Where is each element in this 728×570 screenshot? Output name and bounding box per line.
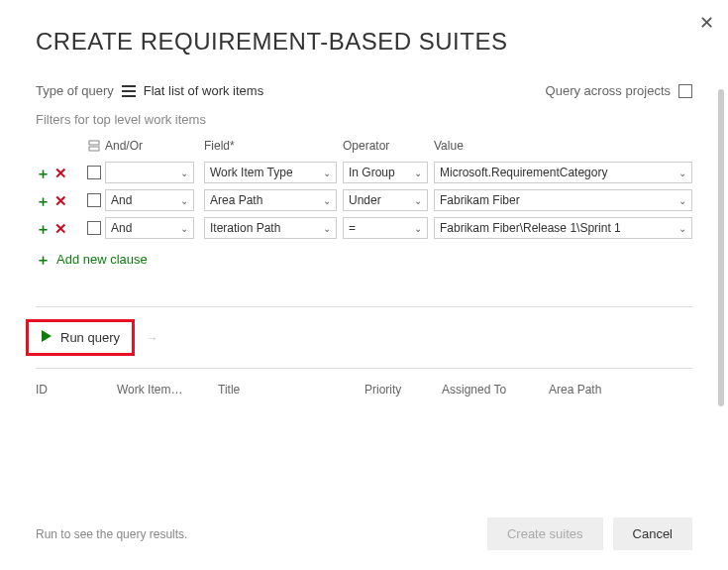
add-new-clause-button[interactable]: ＋ Add new clause xyxy=(36,252,692,267)
chevron-down-icon: ⌄ xyxy=(323,195,331,206)
header-field: Field* xyxy=(204,139,235,153)
run-query-label: Run query xyxy=(60,330,120,345)
run-query-button[interactable]: Run query xyxy=(26,319,135,356)
andor-dropdown[interactable]: And ⌄ xyxy=(105,217,194,239)
chevron-down-icon: ⌄ xyxy=(323,168,331,178)
chevron-down-icon: ⌄ xyxy=(678,223,686,234)
chevron-down-icon: ⌄ xyxy=(180,223,188,234)
type-of-query-label: Type of query xyxy=(36,83,114,98)
chevron-down-icon: ⌄ xyxy=(414,168,422,178)
field-value: Iteration Path xyxy=(210,221,280,235)
query-across-projects-checkbox[interactable] xyxy=(678,84,692,98)
group-column-icon xyxy=(83,140,105,152)
operator-dropdown[interactable]: In Group ⌄ xyxy=(343,162,428,183)
field-value: Area Path xyxy=(210,193,262,207)
field-dropdown[interactable]: Area Path ⌄ xyxy=(204,189,337,211)
close-icon[interactable]: ✕ xyxy=(699,12,714,34)
chevron-down-icon: ⌄ xyxy=(323,223,331,234)
col-title: Title xyxy=(218,383,337,397)
chevron-down-icon: ⌄ xyxy=(414,195,422,206)
value-text: Fabrikam Fiber xyxy=(440,193,520,207)
dialog-title: CREATE REQUIREMENT-BASED SUITES xyxy=(36,28,692,56)
col-assignedto: Assigned To xyxy=(442,383,521,397)
svg-marker-5 xyxy=(42,330,52,342)
field-dropdown[interactable]: Iteration Path ⌄ xyxy=(204,217,337,239)
value-dropdown[interactable]: Fabrikam Fiber\Release 1\Sprint 1 ⌄ xyxy=(434,217,692,239)
operator-value: = xyxy=(349,221,356,235)
clause-group-checkbox[interactable] xyxy=(87,221,101,235)
operator-value: Under xyxy=(349,193,381,207)
col-id: ID xyxy=(36,383,89,397)
value-text: Fabrikam Fiber\Release 1\Sprint 1 xyxy=(440,221,621,235)
clause-row: ＋ ✕ And ⌄ Area Path ⌄ Under ⌄ xyxy=(36,186,692,214)
remove-clause-icon[interactable]: ✕ xyxy=(54,193,67,208)
operator-dropdown[interactable]: = ⌄ xyxy=(343,217,428,239)
svg-rect-3 xyxy=(89,141,99,145)
query-across-projects-label: Query across projects xyxy=(546,83,671,98)
add-clause-label: Add new clause xyxy=(56,252,148,267)
filters-section-label: Filters for top level work items xyxy=(36,112,692,127)
value-dropdown[interactable]: Microsoft.RequirementCategory ⌄ xyxy=(434,162,692,183)
clause-row: ＋ ✕ ⌄ Work Item Type ⌄ In Group ⌄ xyxy=(36,159,692,186)
chevron-down-icon: ⌄ xyxy=(414,223,422,234)
type-of-query-value[interactable]: Flat list of work items xyxy=(144,83,263,98)
col-areapath: Area Path xyxy=(549,383,601,397)
remove-clause-icon[interactable]: ✕ xyxy=(54,221,67,236)
add-clause-icon[interactable]: ＋ xyxy=(36,193,51,208)
value-dropdown[interactable]: Fabrikam Fiber ⌄ xyxy=(434,189,692,211)
chevron-down-icon: ⌄ xyxy=(678,168,686,178)
create-suites-button[interactable]: Create suites xyxy=(487,517,603,550)
andor-value: And xyxy=(111,221,132,235)
header-andor: And/Or xyxy=(105,139,143,153)
play-icon xyxy=(41,330,52,345)
chevron-down-icon: ⌄ xyxy=(678,195,686,206)
svg-rect-2 xyxy=(122,95,136,97)
operator-dropdown[interactable]: Under ⌄ xyxy=(343,189,428,211)
scrollbar[interactable] xyxy=(718,89,724,406)
plus-icon: ＋ xyxy=(36,252,51,267)
svg-rect-1 xyxy=(122,90,136,92)
clause-group-checkbox[interactable] xyxy=(87,193,101,207)
header-value: Value xyxy=(434,139,464,153)
andor-dropdown[interactable]: ⌄ xyxy=(105,162,194,183)
field-dropdown[interactable]: Work Item Type ⌄ xyxy=(204,162,337,183)
cancel-button[interactable]: Cancel xyxy=(613,517,692,550)
arrow-right-icon: → xyxy=(145,330,158,346)
operator-value: In Group xyxy=(349,166,395,179)
add-clause-icon[interactable]: ＋ xyxy=(36,166,51,180)
flat-list-icon xyxy=(122,85,136,97)
andor-value: And xyxy=(111,193,132,207)
andor-dropdown[interactable]: And ⌄ xyxy=(105,189,194,211)
results-header: ID Work Item… Title Priority Assigned To… xyxy=(36,369,692,410)
clause-group-checkbox[interactable] xyxy=(87,166,101,179)
svg-rect-0 xyxy=(122,85,136,87)
field-value: Work Item Type xyxy=(210,166,293,179)
col-priority: Priority xyxy=(364,383,414,397)
svg-rect-4 xyxy=(89,147,99,151)
footer-message: Run to see the query results. xyxy=(36,527,187,541)
chevron-down-icon: ⌄ xyxy=(180,195,188,206)
chevron-down-icon: ⌄ xyxy=(180,168,188,178)
header-operator: Operator xyxy=(343,139,389,153)
value-text: Microsoft.RequirementCategory xyxy=(440,166,607,179)
clause-row: ＋ ✕ And ⌄ Iteration Path ⌄ = ⌄ xyxy=(36,214,692,242)
col-workitem: Work Item… xyxy=(117,383,190,397)
add-clause-icon[interactable]: ＋ xyxy=(36,221,51,236)
remove-clause-icon[interactable]: ✕ xyxy=(54,166,67,180)
